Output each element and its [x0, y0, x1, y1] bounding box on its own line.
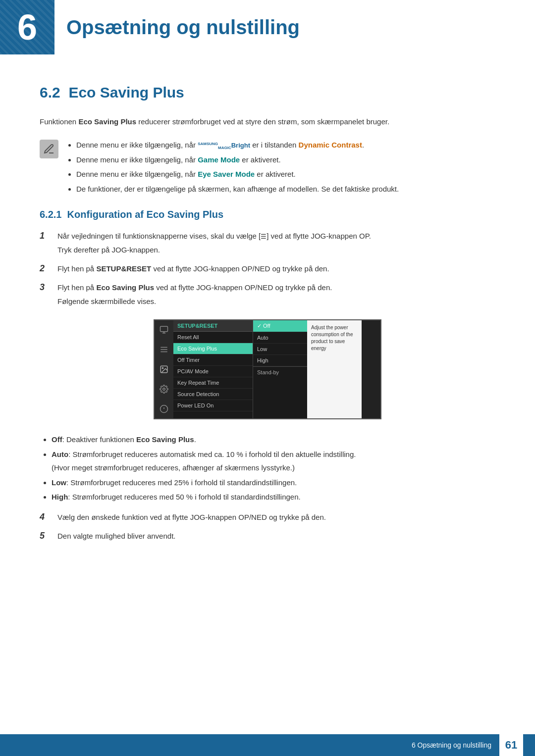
submenu-item-low: Low — [253, 344, 307, 355]
step-3: 3 Flyt hen på Eco Saving Plus ved at fly… — [40, 282, 495, 307]
footer-chapter-text: 6 Opsætning og nulstilling — [412, 741, 491, 749]
submenu-item-off: ✓ Off — [253, 320, 307, 332]
menu-item-reset: Reset All — [173, 332, 253, 343]
sidebar-icon-monitor — [159, 324, 169, 335]
footer-page-number: 61 — [499, 734, 523, 756]
sidebar-icons — [155, 320, 173, 418]
submenu-item-auto: Auto — [253, 332, 307, 344]
menu-item-source: Source Detection — [173, 389, 253, 400]
svg-point-7 — [162, 368, 163, 369]
menu-item-key-repeat: Key Repeat Time — [173, 377, 253, 389]
steps-list: 1 Når vejledningen til funktionsknappern… — [40, 230, 495, 307]
page-footer: 6 Opsætning og nulstilling 61 — [0, 734, 535, 756]
help-text: Adjust the power consumption of the prod… — [311, 325, 353, 351]
svg-rect-0 — [160, 327, 168, 332]
bullet-options-list: Off: Deaktiver funktionen Eco Saving Plu… — [40, 433, 495, 504]
option-auto: Auto: Strømforbruget reduceres automatis… — [52, 448, 495, 474]
submenu-panel: ✓ Off Auto Low High Stand-by — [253, 320, 307, 418]
intro-paragraph: Funktionen Eco Saving Plus reducerer str… — [40, 116, 495, 128]
note-item-2: Denne menu er ikke tilgængelig, når Game… — [76, 153, 399, 166]
steps-continued-list: 4 Vælg den ønskede funktion ved at flytt… — [40, 511, 495, 542]
step-4: 4 Vælg den ønskede funktion ved at flytt… — [40, 511, 495, 523]
section-heading: 6.2 Eco Saving Plus — [40, 84, 495, 104]
help-panel: Adjust the power consumption of the prod… — [307, 320, 362, 418]
sidebar-icon-picture — [159, 364, 169, 375]
menu-item-pcav: PC/AV Mode — [173, 366, 253, 377]
svg-point-8 — [163, 388, 165, 391]
screen-mockup: SETUP&RESET Reset All Eco Saving Plus Of… — [154, 319, 381, 419]
menu-item-eco: Eco Saving Plus — [173, 343, 253, 354]
subsection-heading: 6.2.1 Konfiguration af Eco Saving Plus — [40, 209, 495, 220]
chapter-number: 6 — [0, 0, 54, 54]
step-1: 1 Når vejledningen til funktionsknappern… — [40, 230, 495, 256]
screen-mockup-wrapper: SETUP&RESET Reset All Eco Saving Plus Of… — [40, 319, 495, 419]
option-off: Off: Deaktiver funktionen Eco Saving Plu… — [52, 433, 495, 446]
note-list: Denne menu er ikke tilgængelig, når SAMS… — [66, 139, 399, 197]
option-low: Low: Strømforbruget reduceres med 25% i … — [52, 476, 495, 489]
menu-item-off-timer: Off Timer — [173, 354, 253, 366]
option-high: High: Strømforbruget reduceres med 50 % … — [52, 491, 495, 504]
submenu-standby: Stand-by — [253, 366, 307, 378]
step-5: 5 Den valgte mulighed bliver anvendt. — [40, 530, 495, 542]
step-2: 2 Flyt hen på SETUP&RESET ved at flytte … — [40, 263, 495, 275]
sidebar-icon-gear — [159, 384, 169, 395]
note-item-1: Denne menu er ikke tilgængelig, når SAMS… — [76, 139, 399, 151]
note-item-3: Denne menu er ikke tilgængelig, når Eye … — [76, 168, 399, 181]
content-area: 6.2 Eco Saving Plus Funktionen Eco Savin… — [0, 84, 535, 592]
menu-header: SETUP&RESET — [173, 320, 253, 332]
menu-item-led: Power LED On — [173, 400, 253, 411]
submenu-item-high: High — [253, 355, 307, 366]
page-header: 6 Opsætning og nulstilling — [0, 0, 535, 69]
sidebar-icon-menu — [159, 344, 169, 355]
note-box: Denne menu er ikke tilgængelig, når SAMS… — [40, 139, 495, 197]
menu-panel: SETUP&RESET Reset All Eco Saving Plus Of… — [173, 320, 253, 418]
note-item-4: De funktioner, der er tilgængelige på sk… — [76, 183, 399, 196]
chapter-title: Opsætning og nulstilling — [66, 16, 300, 39]
sidebar-icon-info — [159, 403, 169, 414]
note-icon — [40, 140, 58, 158]
